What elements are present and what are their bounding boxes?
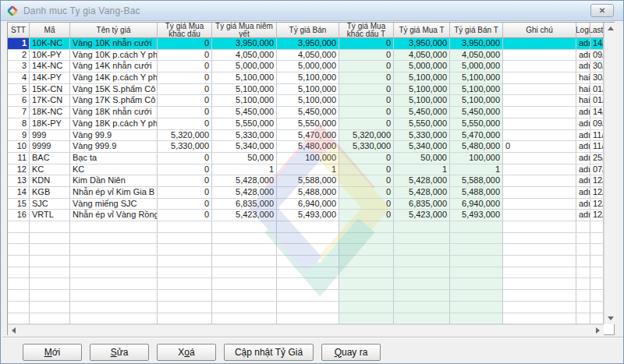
table-row[interactable]: 16VRTLNhẫn ép vỉ Vàng Rồng05,423,0005,49… <box>8 210 604 221</box>
cell-ghi_chu <box>503 313 576 324</box>
col-header-mua_khac_dau[interactable]: Tỷ giá Mua khác dấu <box>158 23 212 38</box>
col-header-last[interactable]: Lastl <box>590 23 604 38</box>
cell-mua_khac_dau: 0 <box>158 72 212 83</box>
vertical-scrollbar[interactable] <box>604 23 615 324</box>
cell-mua_khac_dau_t: 0 <box>339 107 394 118</box>
empty-row[interactable] <box>8 221 604 233</box>
cell-mua_niem_yet: 5,100,000 <box>212 95 277 106</box>
table-row[interactable]: 110K-NCVàng 10K nhẫn cưới03,950,0003,950… <box>8 38 604 50</box>
cell-last: 07/0 <box>590 164 604 175</box>
cell-mua_khac_dau_t: 0 <box>339 210 394 221</box>
cell-log: adr <box>576 107 590 118</box>
cell-stt: 2 <box>8 50 30 61</box>
table-row[interactable]: 210K-PYVàng 10K p.cách Y ph04,050,0004,0… <box>8 50 604 62</box>
cell-ban <box>277 302 339 313</box>
cell-mua_khac_dau: 0 <box>158 50 212 61</box>
cell-mua_t <box>394 278 450 289</box>
empty-row[interactable] <box>8 290 604 302</box>
cell-log <box>576 233 590 244</box>
table-row[interactable]: 314K-NCVàng 14K nhẫn cưới05,000,0005,000… <box>8 61 604 72</box>
empty-row[interactable] <box>8 244 604 256</box>
cell-ten_ty_gia: Vàng 17K S.phẩm Cô <box>70 95 158 106</box>
table-row[interactable]: 9999Vàng 99.95,320,0005,330,0005,470,000… <box>8 130 604 142</box>
exit-button[interactable]: Quay ra <box>321 344 381 361</box>
cell-last: 30/0 <box>590 61 604 72</box>
table-row[interactable]: 15SJCVàng miếng SJC06,835,0006,940,00006… <box>8 199 604 210</box>
col-header-log[interactable]: Logi <box>576 23 590 38</box>
table-row[interactable]: 109999Vàng 999.95,330,0005,340,0005,480,… <box>8 141 604 153</box>
cell-ten_ty_gia: KC <box>70 164 158 175</box>
cell-mua_t: 5,428,000 <box>394 187 450 198</box>
empty-row[interactable] <box>8 256 604 267</box>
empty-row[interactable] <box>8 267 604 279</box>
col-header-ten_ty_gia[interactable]: Tên tỷ giá <box>70 23 158 38</box>
cell-ban_t: 4,050,000 <box>450 50 503 61</box>
cell-stt: 10 <box>8 141 30 152</box>
new-button[interactable]: Mới <box>23 344 82 361</box>
empty-row[interactable] <box>8 302 604 313</box>
scroll-right-button[interactable] <box>592 325 604 336</box>
cell-mua_khac_dau_t: 0 <box>339 164 394 175</box>
cell-ten_ty_gia <box>70 256 158 267</box>
col-header-mua_t[interactable]: Tỷ giá Mua T <box>394 23 450 38</box>
cell-ghi_chu <box>503 210 576 221</box>
table-row[interactable]: 718K-NCVàng 18K nhẫn cưới05,450,0005,450… <box>8 107 604 118</box>
col-header-ghi_chu[interactable]: Ghi chú <box>503 23 576 38</box>
cell-stt <box>8 256 30 267</box>
cell-last: 25/0 <box>590 153 604 164</box>
cell-ban_t: 5,100,000 <box>450 84 503 95</box>
cell-mua_t: 4,050,000 <box>394 50 450 61</box>
cell-mua_niem_yet: 5,100,000 <box>212 72 277 83</box>
cell-ban_t: 5,588,000 <box>450 175 503 186</box>
cell-mua_t: 1 <box>394 164 450 175</box>
cell-ghi_chu <box>503 199 576 210</box>
cell-ghi_chu <box>503 61 576 72</box>
scroll-up-button[interactable] <box>604 23 616 34</box>
col-header-mua_niem_yet[interactable]: Tỷ giá Mua niêm yết <box>212 23 277 38</box>
scroll-down-button[interactable] <box>604 313 616 324</box>
edit-button[interactable]: Sửa <box>90 344 149 361</box>
table-row[interactable]: 14KGBNhẫn ép vỉ Kim Gia B05,428,0005,488… <box>8 187 604 199</box>
cell-mua_niem_yet <box>212 302 277 313</box>
delete-button[interactable]: Xoá <box>157 344 216 361</box>
table-row[interactable]: 12KCKC011011adr07/0 <box>8 164 604 176</box>
table-row[interactable]: 515K-CNVàng 15K S.phẩm Cô05,100,0005,100… <box>8 84 604 96</box>
col-header-ban_t[interactable]: Tỷ giá Bán T <box>450 23 503 38</box>
col-header-stt[interactable]: STT <box>8 23 30 38</box>
scroll-left-button[interactable] <box>8 325 20 336</box>
cell-ghi_chu <box>503 256 576 267</box>
title-bar[interactable]: Danh muc Ty gia Vang-Bac ✕ <box>1 1 623 21</box>
empty-row[interactable] <box>8 233 604 245</box>
cell-ghi_chu <box>503 84 576 95</box>
cell-ten_ty_gia: Kim Dần Niên <box>70 175 158 186</box>
cell-ghi_chu <box>503 290 576 301</box>
update-rates-button[interactable]: Cập nhật Tỷ Giá <box>224 344 314 361</box>
cell-mua_khac_dau: 0 <box>158 175 212 186</box>
table-row[interactable]: 11BACBạc ta050,000100,000050,000100,000a… <box>8 153 604 164</box>
col-header-ma[interactable]: Mã <box>30 23 70 38</box>
table-row[interactable]: 617K-CNVàng 17K S.phẩm Cô05,100,0005,100… <box>8 95 604 107</box>
cell-mua_khac_dau <box>158 290 212 301</box>
table-row[interactable]: 414K-PYVàng 14K p.cách Y ph05,100,0005,1… <box>8 72 604 84</box>
cell-ban_t: 5,488,000 <box>450 187 503 198</box>
cell-ban <box>277 221 339 232</box>
cell-ma: 10K-PY <box>30 50 70 61</box>
cell-ma: 10K-NC <box>30 38 70 49</box>
cell-last: 12/0 <box>590 187 604 198</box>
window-title: Danh muc Ty gia Vang-Bac <box>23 5 140 16</box>
table-row[interactable]: 818K-PYVàng 18K p.cách Y ph05,550,0005,5… <box>8 118 604 130</box>
cell-mua_khac_dau_t: 0 <box>339 95 394 106</box>
empty-row[interactable] <box>8 313 604 325</box>
scroll-up-icon <box>608 27 614 30</box>
close-button[interactable]: ✕ <box>590 4 614 17</box>
cell-mua_t <box>394 256 450 267</box>
cell-mua_khac_dau_t <box>339 244 394 255</box>
cell-last <box>590 302 604 313</box>
col-header-ban[interactable]: Tỷ giá Bán <box>277 23 339 38</box>
empty-row[interactable] <box>8 278 604 290</box>
horizontal-scrollbar[interactable] <box>8 324 604 335</box>
cell-ghi_chu <box>503 267 576 278</box>
cell-ten_ty_gia <box>70 244 158 255</box>
table-row[interactable]: 13KDNKim Dần Niên05,428,0005,588,00005,4… <box>8 175 604 187</box>
col-header-mua_khac_dau_t[interactable]: Tỷ giá Mua khác dấu T <box>339 23 394 38</box>
